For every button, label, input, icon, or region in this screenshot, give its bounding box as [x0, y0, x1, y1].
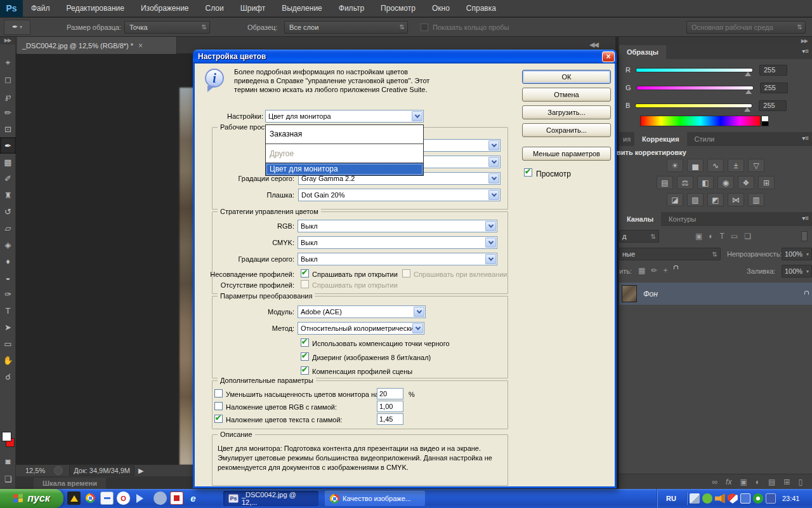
- blend-text-gamma-input[interactable]: [377, 413, 403, 425]
- combo-arrow-icon[interactable]: [485, 221, 496, 231]
- layer-thumbnail[interactable]: [622, 285, 637, 302]
- fill-value[interactable]: 100%▾: [782, 265, 812, 277]
- panel-menu-icon[interactable]: ▾≡: [802, 215, 809, 222]
- menu-help[interactable]: Справка: [458, 0, 504, 17]
- fewer-options-button[interactable]: Меньше параметров: [522, 147, 611, 161]
- white-black-swatches[interactable]: [761, 116, 769, 126]
- sample-dropdown[interactable]: Все слои⇅: [284, 21, 408, 34]
- eyedropper-preset-button[interactable]: ✒ ▾: [4, 20, 30, 35]
- tab-channels[interactable]: Каналы: [619, 212, 661, 226]
- blur-tool[interactable]: ♦: [0, 253, 16, 269]
- ask-when-opening-checkbox[interactable]: ✔: [301, 269, 309, 277]
- gradient-tool[interactable]: ◈: [0, 236, 16, 253]
- document-size-box[interactable]: Док: 34,9M/34,9M: [69, 465, 134, 476]
- healing-brush-tool[interactable]: ▩: [0, 154, 16, 170]
- layer-effects-icon[interactable]: fx: [726, 478, 731, 486]
- dropdown-item-custom[interactable]: Заказная: [266, 125, 423, 144]
- adjustment-layer-icon[interactable]: ◐: [756, 478, 760, 486]
- settings-combobox[interactable]: Цвет для монитора: [265, 110, 424, 123]
- panel-menu-icon[interactable]: ▾≡: [802, 48, 809, 55]
- menu-select[interactable]: Выделение: [273, 0, 331, 17]
- path-selection-tool[interactable]: ➤: [0, 319, 16, 335]
- menu-layers[interactable]: Слои: [197, 0, 232, 17]
- color-spectrum-ramp[interactable]: [640, 116, 761, 126]
- color-balance-icon[interactable]: ⚖: [677, 176, 693, 189]
- internet-explorer-icon[interactable]: e: [187, 491, 200, 505]
- menu-image[interactable]: Изображение: [133, 0, 197, 17]
- crop-tool[interactable]: ⊡: [0, 121, 16, 137]
- green-value[interactable]: 255: [760, 83, 788, 93]
- menu-filter[interactable]: Фильтр: [331, 0, 372, 17]
- pen-tool[interactable]: ✑: [0, 286, 16, 302]
- vibrance-icon[interactable]: ▽: [748, 159, 764, 172]
- lock-pixels-icon[interactable]: ✏: [651, 266, 657, 275]
- floppy-icon[interactable]: [170, 491, 183, 505]
- brightness-contrast-icon[interactable]: ☀: [667, 159, 683, 172]
- tab-partial[interactable]: ия: [619, 132, 634, 146]
- start-button[interactable]: пуск: [0, 489, 63, 508]
- collapse-tools-icon[interactable]: ▶▶: [0, 37, 15, 44]
- cmyk-policy-combobox[interactable]: Выкл: [298, 236, 497, 249]
- red-slider[interactable]: [636, 68, 753, 72]
- document-icon[interactable]: [100, 491, 114, 505]
- layer-row-background[interactable]: Фон: [619, 283, 812, 305]
- gradient-map-icon[interactable]: ▥: [748, 193, 764, 206]
- menu-file[interactable]: Файл: [23, 0, 58, 17]
- triangle-utility-icon[interactable]: [67, 491, 81, 505]
- document-tab[interactable]: _DSC0042.jpg @ 12,5% (RGB/8*) * ×: [17, 37, 177, 54]
- gray-policy-combobox[interactable]: Выкл: [298, 253, 497, 265]
- blend-rgb-gamma-checkbox[interactable]: [214, 402, 223, 410]
- dodge-tool[interactable]: ◒: [0, 269, 16, 286]
- blue-slider[interactable]: [635, 104, 752, 108]
- security-shield-icon[interactable]: [728, 493, 738, 504]
- layer-mask-icon[interactable]: ▣: [740, 478, 747, 486]
- lock-transparency-icon[interactable]: ▦: [638, 266, 645, 275]
- desaturate-monitor-checkbox[interactable]: [214, 389, 223, 398]
- menu-edit[interactable]: Редактирование: [58, 0, 133, 17]
- sample-size-dropdown[interactable]: Точка⇅: [124, 21, 210, 34]
- show-sampling-ring-checkbox[interactable]: [421, 23, 428, 31]
- quick-mask-button[interactable]: ◙: [0, 453, 16, 469]
- slider-thumb[interactable]: [744, 107, 750, 112]
- filter-adjustment-layers-icon[interactable]: ◐: [709, 232, 713, 241]
- opacity-value[interactable]: 100%▾: [782, 248, 812, 260]
- posterize-icon[interactable]: ▨: [687, 193, 704, 206]
- new-layer-icon[interactable]: ⊞: [783, 478, 790, 486]
- curves-icon[interactable]: ∿: [707, 159, 724, 172]
- taskbar-photoshop-button[interactable]: Ps _DSC0042.jpg @ 12,...: [223, 491, 318, 506]
- black-white-icon[interactable]: ◧: [697, 176, 714, 189]
- network-icon[interactable]: [690, 493, 700, 504]
- chrome-icon[interactable]: [84, 491, 97, 505]
- slider-thumb[interactable]: [745, 72, 751, 76]
- language-indicator[interactable]: RU: [666, 495, 676, 502]
- cancel-button[interactable]: Отмена: [522, 88, 611, 102]
- dropdown-item-monitor-color[interactable]: Цвет для монитора: [266, 163, 423, 175]
- exposure-icon[interactable]: ±: [728, 159, 744, 172]
- foreground-color-swatch[interactable]: [2, 432, 11, 441]
- combo-arrow-icon[interactable]: [488, 190, 499, 200]
- move-tool[interactable]: ⌖: [0, 55, 16, 71]
- filter-shape-layers-icon[interactable]: ▭: [731, 232, 738, 241]
- threshold-icon[interactable]: ◩: [707, 193, 724, 206]
- brush-tool[interactable]: ✐: [0, 170, 16, 187]
- blend-rgb-gamma-input[interactable]: [377, 401, 403, 412]
- tab-swatches[interactable]: Образцы: [619, 45, 666, 59]
- blend-mode-dropdown[interactable]: ные⇅: [619, 248, 721, 260]
- filter-smart-objects-icon[interactable]: ❏: [744, 232, 751, 241]
- black-point-compensation-checkbox[interactable]: ✔: [301, 338, 309, 347]
- load-button[interactable]: Загрузить...: [522, 105, 611, 119]
- media-agent-icon[interactable]: [753, 493, 763, 504]
- volume-icon[interactable]: [715, 493, 725, 504]
- photo-filter-icon[interactable]: ◉: [717, 176, 734, 189]
- tab-adjustments[interactable]: Коррекция: [634, 132, 686, 146]
- collapse-panels-icon[interactable]: ◀◀: [589, 41, 598, 49]
- red-value[interactable]: 255: [759, 65, 787, 76]
- ok-button[interactable]: ОК: [522, 70, 611, 84]
- combo-arrow-icon[interactable]: [485, 237, 496, 248]
- history-brush-tool[interactable]: ↺: [0, 203, 16, 220]
- menu-view[interactable]: Просмотр: [372, 0, 424, 17]
- display-icon[interactable]: [740, 493, 750, 504]
- lock-position-icon[interactable]: +: [663, 266, 667, 275]
- timeline-tab[interactable]: Шкала времени: [34, 478, 106, 489]
- zoom-tool[interactable]: ☌: [0, 368, 16, 385]
